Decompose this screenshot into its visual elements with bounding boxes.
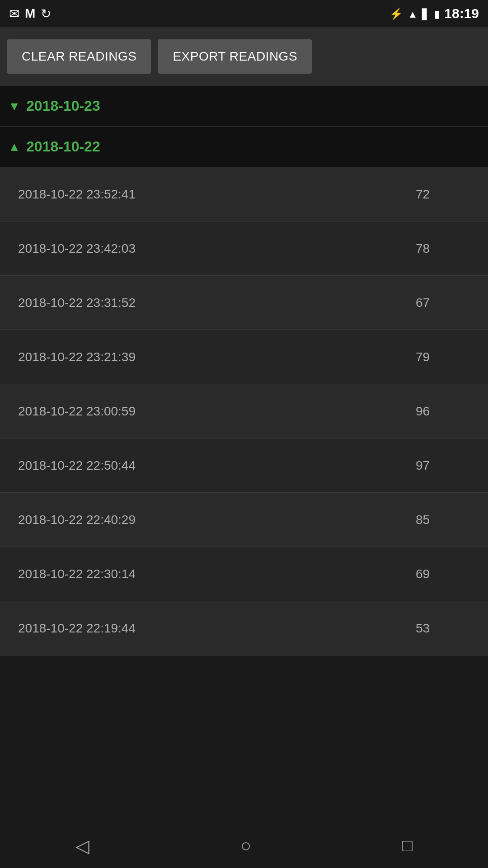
reading-value: 97	[416, 458, 470, 473]
clear-readings-button[interactable]: CLEAR READINGS	[7, 39, 151, 74]
reading-datetime: 2018-10-22 23:31:52	[18, 296, 416, 310]
table-row: 2018-10-22 23:21:39 79	[0, 330, 488, 384]
status-time: 18:19	[444, 6, 479, 21]
table-row: 2018-10-22 22:19:44 53	[0, 601, 488, 656]
bottom-navigation-bar	[0, 823, 488, 868]
export-readings-button[interactable]: EXPORT READINGS	[158, 39, 312, 74]
reading-value: 78	[416, 241, 470, 256]
reading-value: 72	[416, 187, 470, 202]
reading-datetime: 2018-10-22 22:30:14	[18, 567, 416, 581]
bluetooth-icon	[389, 6, 403, 21]
toolbar: CLEAR READINGS EXPORT READINGS	[0, 27, 488, 86]
gmail-icon	[25, 6, 35, 21]
reading-datetime: 2018-10-22 22:50:44	[18, 458, 416, 473]
reading-value: 85	[416, 513, 470, 527]
date-group-header-2[interactable]: ▴ 2018-10-22	[0, 127, 488, 167]
date-group-label-1: 2018-10-23	[26, 98, 100, 114]
signal-icon	[422, 6, 430, 21]
table-row: 2018-10-22 22:40:29 85	[0, 493, 488, 547]
status-bar-left-icons	[9, 6, 51, 21]
reading-datetime: 2018-10-22 22:19:44	[18, 621, 416, 636]
reading-value: 69	[416, 567, 470, 581]
chevron-up-icon-2: ▴	[11, 139, 17, 154]
chevron-down-icon-1: ▾	[11, 99, 17, 113]
nav-back-button[interactable]	[75, 835, 89, 856]
table-row: 2018-10-22 23:31:52 67	[0, 276, 488, 330]
reading-value: 96	[416, 404, 470, 419]
table-row: 2018-10-22 23:00:59 96	[0, 384, 488, 439]
reading-value: 79	[416, 350, 470, 364]
nav-home-button[interactable]	[240, 835, 251, 856]
reading-datetime: 2018-10-22 23:00:59	[18, 404, 416, 419]
reading-datetime: 2018-10-22 23:52:41	[18, 187, 416, 202]
table-row: 2018-10-22 23:52:41 72	[0, 167, 488, 222]
battery-icon	[434, 6, 440, 21]
refresh-icon	[41, 6, 51, 21]
wifi-icon	[408, 6, 418, 21]
email-icon	[9, 6, 19, 21]
nav-recents-button[interactable]	[402, 836, 413, 855]
content-area: ▾ 2018-10-23 ▴ 2018-10-22 2018-10-22 23:…	[0, 86, 488, 701]
date-group-label-2: 2018-10-22	[26, 138, 100, 155]
status-bar: 18:19	[0, 0, 488, 27]
table-row: 2018-10-22 22:30:14 69	[0, 547, 488, 601]
date-group-header-1[interactable]: ▾ 2018-10-23	[0, 86, 488, 127]
reading-datetime: 2018-10-22 22:40:29	[18, 513, 416, 527]
reading-value: 67	[416, 296, 470, 310]
reading-datetime: 2018-10-22 23:21:39	[18, 350, 416, 364]
table-row: 2018-10-22 23:42:03 78	[0, 222, 488, 276]
status-bar-right-icons: 18:19	[389, 6, 479, 21]
reading-value: 53	[416, 621, 470, 636]
table-row: 2018-10-22 22:50:44 97	[0, 439, 488, 493]
reading-datetime: 2018-10-22 23:42:03	[18, 241, 416, 256]
